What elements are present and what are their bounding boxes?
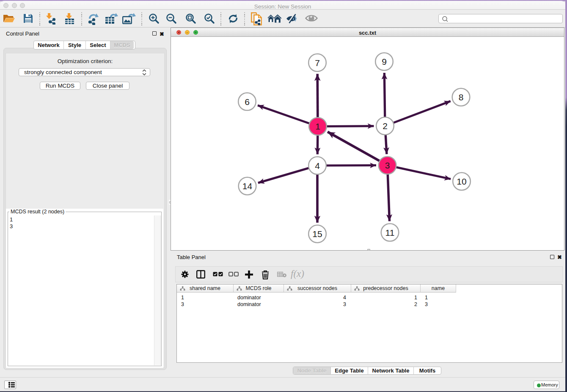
svg-text:3: 3 [385, 160, 390, 170]
svg-text:10: 10 [457, 177, 466, 186]
svg-text:1: 1 [315, 121, 320, 131]
svg-text:15: 15 [312, 229, 322, 239]
svg-text:2: 2 [383, 121, 388, 131]
svg-text:11: 11 [385, 228, 395, 237]
svg-text:8: 8 [459, 92, 464, 102]
svg-text:14: 14 [242, 181, 253, 191]
svg-text:9: 9 [382, 57, 387, 66]
svg-text:4: 4 [315, 161, 320, 171]
svg-text:6: 6 [245, 97, 250, 107]
svg-text:7: 7 [315, 58, 320, 68]
